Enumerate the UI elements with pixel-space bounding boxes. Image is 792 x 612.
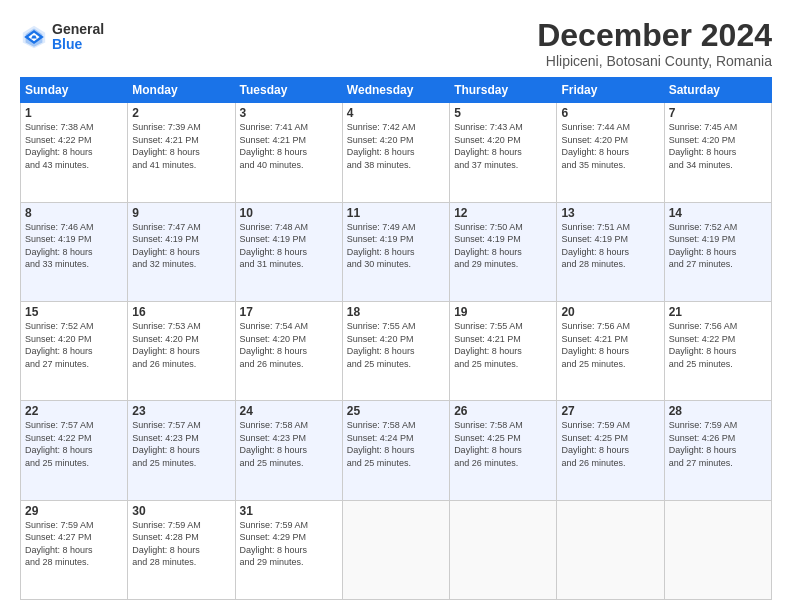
col-thursday: Thursday	[450, 78, 557, 103]
table-row: 11Sunrise: 7:49 AM Sunset: 4:19 PM Dayli…	[342, 202, 449, 301]
day-number: 22	[25, 404, 123, 418]
main-title: December 2024	[537, 18, 772, 53]
col-wednesday: Wednesday	[342, 78, 449, 103]
table-row: 13Sunrise: 7:51 AM Sunset: 4:19 PM Dayli…	[557, 202, 664, 301]
day-number: 16	[132, 305, 230, 319]
calendar-header-row: Sunday Monday Tuesday Wednesday Thursday…	[21, 78, 772, 103]
day-number: 9	[132, 206, 230, 220]
day-number: 24	[240, 404, 338, 418]
calendar-week-row: 29Sunrise: 7:59 AM Sunset: 4:27 PM Dayli…	[21, 500, 772, 599]
table-row: 29Sunrise: 7:59 AM Sunset: 4:27 PM Dayli…	[21, 500, 128, 599]
day-number: 13	[561, 206, 659, 220]
table-row: 9Sunrise: 7:47 AM Sunset: 4:19 PM Daylig…	[128, 202, 235, 301]
day-info: Sunrise: 7:45 AM Sunset: 4:20 PM Dayligh…	[669, 121, 767, 171]
table-row: 3Sunrise: 7:41 AM Sunset: 4:21 PM Daylig…	[235, 103, 342, 202]
table-row: 22Sunrise: 7:57 AM Sunset: 4:22 PM Dayli…	[21, 401, 128, 500]
table-row: 27Sunrise: 7:59 AM Sunset: 4:25 PM Dayli…	[557, 401, 664, 500]
col-sunday: Sunday	[21, 78, 128, 103]
table-row: 8Sunrise: 7:46 AM Sunset: 4:19 PM Daylig…	[21, 202, 128, 301]
day-info: Sunrise: 7:55 AM Sunset: 4:20 PM Dayligh…	[347, 320, 445, 370]
calendar: Sunday Monday Tuesday Wednesday Thursday…	[20, 77, 772, 600]
table-row: 24Sunrise: 7:58 AM Sunset: 4:23 PM Dayli…	[235, 401, 342, 500]
day-number: 3	[240, 106, 338, 120]
day-number: 12	[454, 206, 552, 220]
logo-text: General Blue	[52, 22, 104, 53]
day-info: Sunrise: 7:52 AM Sunset: 4:19 PM Dayligh…	[669, 221, 767, 271]
day-number: 2	[132, 106, 230, 120]
day-info: Sunrise: 7:58 AM Sunset: 4:24 PM Dayligh…	[347, 419, 445, 469]
table-row: 25Sunrise: 7:58 AM Sunset: 4:24 PM Dayli…	[342, 401, 449, 500]
day-info: Sunrise: 7:51 AM Sunset: 4:19 PM Dayligh…	[561, 221, 659, 271]
day-number: 19	[454, 305, 552, 319]
day-number: 8	[25, 206, 123, 220]
day-number: 17	[240, 305, 338, 319]
day-info: Sunrise: 7:55 AM Sunset: 4:21 PM Dayligh…	[454, 320, 552, 370]
day-number: 20	[561, 305, 659, 319]
day-info: Sunrise: 7:58 AM Sunset: 4:25 PM Dayligh…	[454, 419, 552, 469]
col-saturday: Saturday	[664, 78, 771, 103]
table-row: 20Sunrise: 7:56 AM Sunset: 4:21 PM Dayli…	[557, 301, 664, 400]
day-info: Sunrise: 7:59 AM Sunset: 4:25 PM Dayligh…	[561, 419, 659, 469]
day-info: Sunrise: 7:52 AM Sunset: 4:20 PM Dayligh…	[25, 320, 123, 370]
subtitle: Hlipiceni, Botosani County, Romania	[537, 53, 772, 69]
day-info: Sunrise: 7:57 AM Sunset: 4:22 PM Dayligh…	[25, 419, 123, 469]
logo-blue-text: Blue	[52, 37, 104, 52]
table-row: 7Sunrise: 7:45 AM Sunset: 4:20 PM Daylig…	[664, 103, 771, 202]
table-row: 30Sunrise: 7:59 AM Sunset: 4:28 PM Dayli…	[128, 500, 235, 599]
day-number: 14	[669, 206, 767, 220]
table-row: 10Sunrise: 7:48 AM Sunset: 4:19 PM Dayli…	[235, 202, 342, 301]
day-info: Sunrise: 7:42 AM Sunset: 4:20 PM Dayligh…	[347, 121, 445, 171]
day-info: Sunrise: 7:43 AM Sunset: 4:20 PM Dayligh…	[454, 121, 552, 171]
table-row	[557, 500, 664, 599]
day-number: 25	[347, 404, 445, 418]
day-number: 28	[669, 404, 767, 418]
day-info: Sunrise: 7:54 AM Sunset: 4:20 PM Dayligh…	[240, 320, 338, 370]
table-row: 18Sunrise: 7:55 AM Sunset: 4:20 PM Dayli…	[342, 301, 449, 400]
table-row: 21Sunrise: 7:56 AM Sunset: 4:22 PM Dayli…	[664, 301, 771, 400]
logo-general-text: General	[52, 22, 104, 37]
calendar-week-row: 15Sunrise: 7:52 AM Sunset: 4:20 PM Dayli…	[21, 301, 772, 400]
table-row: 19Sunrise: 7:55 AM Sunset: 4:21 PM Dayli…	[450, 301, 557, 400]
table-row: 1Sunrise: 7:38 AM Sunset: 4:22 PM Daylig…	[21, 103, 128, 202]
col-monday: Monday	[128, 78, 235, 103]
day-info: Sunrise: 7:56 AM Sunset: 4:22 PM Dayligh…	[669, 320, 767, 370]
table-row: 5Sunrise: 7:43 AM Sunset: 4:20 PM Daylig…	[450, 103, 557, 202]
table-row: 28Sunrise: 7:59 AM Sunset: 4:26 PM Dayli…	[664, 401, 771, 500]
day-info: Sunrise: 7:59 AM Sunset: 4:29 PM Dayligh…	[240, 519, 338, 569]
day-number: 31	[240, 504, 338, 518]
day-number: 6	[561, 106, 659, 120]
day-info: Sunrise: 7:59 AM Sunset: 4:28 PM Dayligh…	[132, 519, 230, 569]
day-number: 23	[132, 404, 230, 418]
title-block: December 2024 Hlipiceni, Botosani County…	[537, 18, 772, 69]
day-info: Sunrise: 7:38 AM Sunset: 4:22 PM Dayligh…	[25, 121, 123, 171]
logo-icon	[20, 23, 48, 51]
day-info: Sunrise: 7:48 AM Sunset: 4:19 PM Dayligh…	[240, 221, 338, 271]
table-row: 12Sunrise: 7:50 AM Sunset: 4:19 PM Dayli…	[450, 202, 557, 301]
table-row: 17Sunrise: 7:54 AM Sunset: 4:20 PM Dayli…	[235, 301, 342, 400]
day-info: Sunrise: 7:59 AM Sunset: 4:26 PM Dayligh…	[669, 419, 767, 469]
calendar-week-row: 1Sunrise: 7:38 AM Sunset: 4:22 PM Daylig…	[21, 103, 772, 202]
day-number: 5	[454, 106, 552, 120]
day-info: Sunrise: 7:39 AM Sunset: 4:21 PM Dayligh…	[132, 121, 230, 171]
day-number: 18	[347, 305, 445, 319]
table-row: 31Sunrise: 7:59 AM Sunset: 4:29 PM Dayli…	[235, 500, 342, 599]
logo: General Blue	[20, 22, 104, 53]
col-tuesday: Tuesday	[235, 78, 342, 103]
day-number: 11	[347, 206, 445, 220]
day-info: Sunrise: 7:41 AM Sunset: 4:21 PM Dayligh…	[240, 121, 338, 171]
table-row: 15Sunrise: 7:52 AM Sunset: 4:20 PM Dayli…	[21, 301, 128, 400]
table-row	[664, 500, 771, 599]
day-number: 27	[561, 404, 659, 418]
table-row	[450, 500, 557, 599]
page: General Blue December 2024 Hlipiceni, Bo…	[0, 0, 792, 612]
day-info: Sunrise: 7:49 AM Sunset: 4:19 PM Dayligh…	[347, 221, 445, 271]
day-info: Sunrise: 7:58 AM Sunset: 4:23 PM Dayligh…	[240, 419, 338, 469]
day-info: Sunrise: 7:56 AM Sunset: 4:21 PM Dayligh…	[561, 320, 659, 370]
day-info: Sunrise: 7:59 AM Sunset: 4:27 PM Dayligh…	[25, 519, 123, 569]
table-row: 4Sunrise: 7:42 AM Sunset: 4:20 PM Daylig…	[342, 103, 449, 202]
day-info: Sunrise: 7:50 AM Sunset: 4:19 PM Dayligh…	[454, 221, 552, 271]
day-number: 10	[240, 206, 338, 220]
table-row	[342, 500, 449, 599]
header: General Blue December 2024 Hlipiceni, Bo…	[20, 18, 772, 69]
table-row: 26Sunrise: 7:58 AM Sunset: 4:25 PM Dayli…	[450, 401, 557, 500]
